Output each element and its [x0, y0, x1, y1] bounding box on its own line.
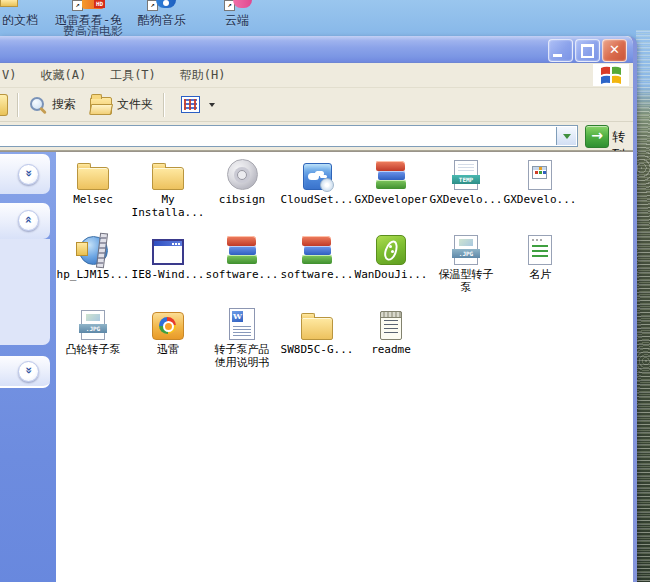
file-item[interactable]: 迅雷 [131, 304, 205, 356]
file-item[interactable]: software... [280, 229, 354, 281]
file-item[interactable]: GXDevelo... [503, 154, 577, 206]
jpg-file-icon [81, 310, 105, 340]
yunduan-icon [233, 0, 252, 8]
file-item[interactable]: My Installa... [131, 154, 205, 219]
kugou-icon [156, 0, 176, 8]
file-label: software... [205, 268, 279, 281]
toolbar-separator [163, 93, 165, 117]
file-label: 迅雷 [131, 343, 205, 356]
window-controls: ✕ [548, 39, 627, 62]
collapse-section-button[interactable]: » [18, 210, 39, 231]
file-label: 保温型转子 泵 [429, 268, 503, 294]
title-bar[interactable]: ✕ [0, 36, 633, 63]
file-item[interactable]: 凸轮转子泵 [56, 304, 130, 356]
chevron-down-icon: » [20, 367, 37, 375]
views-button[interactable] [168, 93, 222, 116]
toolbar-partial-button[interactable] [0, 94, 8, 116]
winrar-archive-icon [376, 180, 406, 189]
toolbar-separator [17, 93, 19, 117]
desktop-icon-label: 的文档 [2, 12, 38, 29]
hp-installer-icon [79, 236, 108, 265]
search-label: 搜索 [52, 96, 76, 113]
file-list-area[interactable]: Melsec My Installa... cibsign CloudSet..… [56, 152, 633, 582]
file-item[interactable]: 保温型转子 泵 [429, 229, 503, 294]
minimize-button[interactable] [548, 39, 573, 62]
cloud-setup-icon [303, 163, 332, 190]
address-input[interactable] [0, 125, 578, 147]
word-document-icon [229, 308, 255, 340]
file-item[interactable]: GXDeveloper [354, 154, 428, 206]
menu-item-favorites[interactable]: 收藏(A) [28, 67, 98, 84]
file-label: WanDouJi... [354, 268, 428, 281]
close-icon: ✕ [603, 42, 626, 57]
file-label: cibsign [205, 193, 279, 206]
dropdown-arrow-icon [209, 103, 215, 107]
file-label: SW8D5C-G... [280, 343, 354, 356]
collapse-section-button[interactable]: » [18, 164, 39, 185]
file-item[interactable]: Melsec [56, 154, 130, 206]
file-label: CloudSet... [280, 193, 354, 206]
file-item[interactable]: cibsign [205, 154, 279, 206]
folder-icon [152, 167, 184, 190]
winrar-archive-icon [302, 255, 332, 264]
file-label: IE8-Wind... [131, 268, 205, 281]
desktop-icon-label: 酷狗音乐 [138, 12, 186, 29]
file-label: GXDeveloper [354, 193, 428, 206]
common-tasks-pane: » » » [0, 152, 56, 582]
file-label: 转子泵产品 使用说明书 [205, 343, 279, 369]
toolbar: 搜索 文件夹 [0, 88, 633, 122]
cd-disc-icon [227, 159, 258, 190]
address-dropdown-button[interactable] [556, 127, 576, 145]
wandoujia-icon [376, 235, 406, 265]
file-label: hp_LJM15... [56, 268, 130, 281]
file-label: readme [354, 343, 428, 356]
task-section-body [0, 239, 50, 345]
menu-item-tools[interactable]: 工具(T) [98, 67, 168, 84]
file-label: GXDevelo... [503, 193, 577, 206]
collapse-section-button[interactable]: » [18, 361, 39, 382]
go-button[interactable]: → [585, 125, 609, 148]
window-main-area: » » » Melsec My Installa... cibsign [0, 151, 633, 582]
file-item[interactable]: hp_LJM15... [56, 229, 130, 281]
close-button[interactable]: ✕ [602, 39, 627, 62]
windows-logo [593, 64, 629, 86]
file-item[interactable]: GXDevelo... [429, 154, 503, 206]
views-icon [181, 96, 200, 113]
winrar-archive-icon [227, 255, 257, 264]
file-label: My Installa... [131, 193, 205, 219]
folder-icon [0, 0, 18, 7]
file-item[interactable]: 名片 [503, 229, 577, 281]
desktop-wallpaper-strip [636, 30, 650, 582]
search-icon [29, 96, 47, 114]
file-item[interactable]: SW8D5C-G... [280, 304, 354, 356]
temp-file-icon [454, 160, 478, 190]
search-button[interactable]: 搜索 [22, 93, 83, 117]
file-item[interactable]: 转子泵产品 使用说明书 [205, 304, 279, 369]
folder-icon [301, 317, 333, 340]
menu-item-view-partial[interactable]: V) [0, 68, 28, 82]
jpg-file-icon [454, 235, 478, 265]
folders-label: 文件夹 [117, 96, 153, 113]
menu-item-help[interactable]: 帮助(H) [168, 67, 238, 84]
thunder-download-icon [152, 312, 184, 340]
maximize-button[interactable] [575, 39, 600, 62]
windows-flag-icon [600, 65, 622, 85]
file-label: Melsec [56, 193, 130, 206]
maximize-icon [581, 44, 594, 58]
file-item[interactable]: WanDouJi... [354, 229, 428, 281]
file-item[interactable]: software... [205, 229, 279, 281]
file-item[interactable]: readme [354, 304, 428, 356]
folders-button[interactable]: 文件夹 [83, 92, 160, 118]
business-card-file-icon [528, 235, 552, 265]
xunlei-kankan-icon [82, 0, 104, 9]
file-label: 名片 [503, 268, 577, 281]
readme-text-icon [380, 311, 402, 340]
file-label: software... [280, 268, 354, 281]
file-label: 凸轮转子泵 [56, 343, 130, 356]
application-file-icon [528, 160, 552, 190]
desktop-icon-label: 云端 [225, 12, 249, 29]
file-item[interactable]: IE8-Wind... [131, 229, 205, 281]
file-item[interactable]: CloudSet... [280, 154, 354, 206]
menu-bar: V) 收藏(A) 工具(T) 帮助(H) [0, 63, 633, 88]
explorer-window: ✕ V) 收藏(A) 工具(T) 帮助(H) 搜索 文件夹 [0, 36, 637, 582]
